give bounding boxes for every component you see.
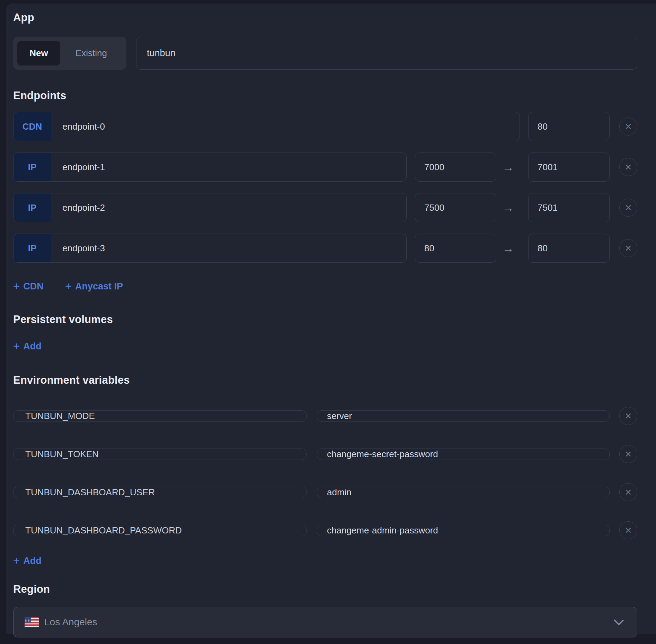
add-cdn-button[interactable]: + CDN xyxy=(13,281,44,292)
app-controls-row: New Existing tunbun xyxy=(13,37,637,70)
environment-variables-section-title: Environment variables xyxy=(13,374,637,387)
endpoint-name-input[interactable]: endpoint-3 xyxy=(51,234,406,262)
env-value-input[interactable]: changeme-secret-password xyxy=(317,449,610,460)
env-key-value: TUNBUN_DASHBOARD_PASSWORD xyxy=(25,525,182,536)
env-key-input[interactable]: TUNBUN_TOKEN xyxy=(13,449,307,460)
region-section-title: Region xyxy=(13,583,637,596)
arrow-right-icon: → xyxy=(496,242,520,255)
env-key-value: TUNBUN_MODE xyxy=(25,411,95,421)
add-env-var-label: Add xyxy=(23,556,41,566)
endpoint-port-input[interactable]: 80 xyxy=(415,234,496,263)
close-icon: ✕ xyxy=(625,122,632,132)
endpoint-name-input[interactable]: endpoint-2 xyxy=(51,193,406,222)
add-env-var-button[interactable]: + Add xyxy=(13,555,42,567)
endpoint-name-group: IP endpoint-2 xyxy=(13,193,407,222)
add-volume-button[interactable]: + Add xyxy=(13,341,42,352)
env-key-input[interactable]: TUNBUN_DASHBOARD_PASSWORD xyxy=(13,525,307,536)
endpoint-name-group: IP endpoint-1 xyxy=(13,153,407,182)
env-value-value: changeme-admin-password xyxy=(327,525,438,536)
endpoint-target-port-input[interactable]: 7501 xyxy=(528,193,610,222)
endpoint-name-group: CDN endpoint-0 xyxy=(13,112,520,141)
env-key-input[interactable]: TUNBUN_DASHBOARD_USER xyxy=(13,487,307,498)
endpoint-port-input[interactable]: 7500 xyxy=(415,193,496,222)
app-name-value: tunbun xyxy=(147,48,176,59)
close-icon: ✕ xyxy=(625,411,632,421)
endpoint-type-badge: IP xyxy=(14,193,51,222)
env-key-value: TUNBUN_TOKEN xyxy=(25,449,99,460)
endpoint-name-value: endpoint-3 xyxy=(62,243,105,254)
plus-icon: + xyxy=(65,280,72,292)
remove-env-var-button[interactable]: ✕ xyxy=(619,521,637,539)
endpoint-name-value: endpoint-0 xyxy=(62,121,105,132)
chevron-down-icon xyxy=(614,615,624,625)
endpoint-target-port-input[interactable]: 80 xyxy=(528,234,610,263)
env-key-input[interactable]: TUNBUN_MODE xyxy=(13,410,307,422)
app-mode-toggle: New Existing xyxy=(13,37,126,70)
app-section-title: App xyxy=(13,11,637,24)
env-value-input[interactable]: server xyxy=(317,410,610,422)
persistent-volumes-section-title: Persistent volumes xyxy=(13,313,637,326)
env-var-row: TUNBUN_DASHBOARD_USER admin ✕ xyxy=(13,477,637,507)
endpoint-type-badge: IP xyxy=(14,153,51,181)
close-icon: ✕ xyxy=(625,162,632,172)
arrow-right-icon: → xyxy=(496,160,520,174)
env-value-input[interactable]: changeme-admin-password xyxy=(317,525,610,536)
endpoint-port-input[interactable]: 7000 xyxy=(415,153,496,182)
plus-icon: + xyxy=(13,340,20,352)
env-key-value: TUNBUN_DASHBOARD_USER xyxy=(25,487,155,498)
endpoint-name-group: IP endpoint-3 xyxy=(13,234,407,263)
config-content: App New Existing tunbun Endpoints CDN en… xyxy=(6,3,656,637)
endpoint-target-port-value: 80 xyxy=(538,243,548,254)
remove-endpoint-button[interactable]: ✕ xyxy=(619,118,637,136)
add-anycast-ip-button[interactable]: + Anycast IP xyxy=(65,281,123,292)
env-value-value: changeme-secret-password xyxy=(327,449,438,460)
persistent-volumes-add-row: + Add xyxy=(13,341,637,352)
endpoint-row: IP endpoint-2 7500 → 7501 ✕ xyxy=(13,193,637,222)
endpoint-name-value: endpoint-1 xyxy=(62,162,105,173)
endpoint-port-value: 80 xyxy=(424,243,434,254)
app-mode-new-tab[interactable]: New xyxy=(17,41,60,66)
endpoints-section-title: Endpoints xyxy=(13,89,637,102)
endpoint-row: IP endpoint-3 80 → 80 ✕ xyxy=(13,234,637,263)
remove-env-var-button[interactable]: ✕ xyxy=(619,407,637,425)
plus-icon: + xyxy=(13,555,20,566)
add-cdn-label: CDN xyxy=(23,281,44,292)
remove-env-var-button[interactable]: ✕ xyxy=(619,445,637,463)
region-selected-value: Los Angeles xyxy=(44,617,615,628)
deployment-config-panel: App New Existing tunbun Endpoints CDN en… xyxy=(6,3,656,634)
env-var-add-row: + Add xyxy=(13,555,637,567)
env-var-row: TUNBUN_TOKEN changeme-secret-password ✕ xyxy=(13,439,637,469)
remove-endpoint-button[interactable]: ✕ xyxy=(619,158,637,176)
env-value-value: server xyxy=(327,411,352,421)
endpoint-port-value: 7500 xyxy=(424,202,444,213)
endpoint-port-input[interactable]: 80 xyxy=(528,112,610,141)
endpoint-target-port-value: 7001 xyxy=(538,162,558,173)
env-var-row: TUNBUN_DASHBOARD_PASSWORD changeme-admin… xyxy=(13,515,637,546)
endpoint-port-value: 80 xyxy=(538,121,548,132)
env-value-value: admin xyxy=(327,487,352,498)
remove-endpoint-button[interactable]: ✕ xyxy=(619,199,637,217)
close-icon: ✕ xyxy=(625,203,632,213)
remove-endpoint-button[interactable]: ✕ xyxy=(619,239,637,257)
endpoint-name-input[interactable]: endpoint-0 xyxy=(51,112,520,141)
endpoint-add-links: + CDN + Anycast IP xyxy=(13,281,637,292)
app-mode-existing-tab[interactable]: Existing xyxy=(60,41,122,66)
us-flag-icon xyxy=(25,617,39,627)
endpoint-type-badge: IP xyxy=(14,234,51,262)
endpoint-row: CDN endpoint-0 80 ✕ xyxy=(13,112,637,141)
region-select[interactable]: Los Angeles xyxy=(13,607,637,637)
arrow-right-icon: → xyxy=(496,201,520,215)
endpoint-port-value: 7000 xyxy=(424,162,444,173)
endpoint-target-port-value: 7501 xyxy=(538,202,558,213)
arrow-right-glyph: → xyxy=(502,201,514,215)
close-icon: ✕ xyxy=(625,525,632,536)
close-icon: ✕ xyxy=(625,487,632,497)
add-anycast-ip-label: Anycast IP xyxy=(75,281,123,292)
endpoint-name-input[interactable]: endpoint-1 xyxy=(51,153,406,181)
app-name-input[interactable]: tunbun xyxy=(136,37,637,70)
endpoint-target-port-input[interactable]: 7001 xyxy=(528,153,610,182)
remove-env-var-button[interactable]: ✕ xyxy=(619,483,637,501)
endpoint-row: IP endpoint-1 7000 → 7001 ✕ xyxy=(13,153,637,182)
env-value-input[interactable]: admin xyxy=(317,487,610,498)
plus-icon: + xyxy=(13,280,20,292)
